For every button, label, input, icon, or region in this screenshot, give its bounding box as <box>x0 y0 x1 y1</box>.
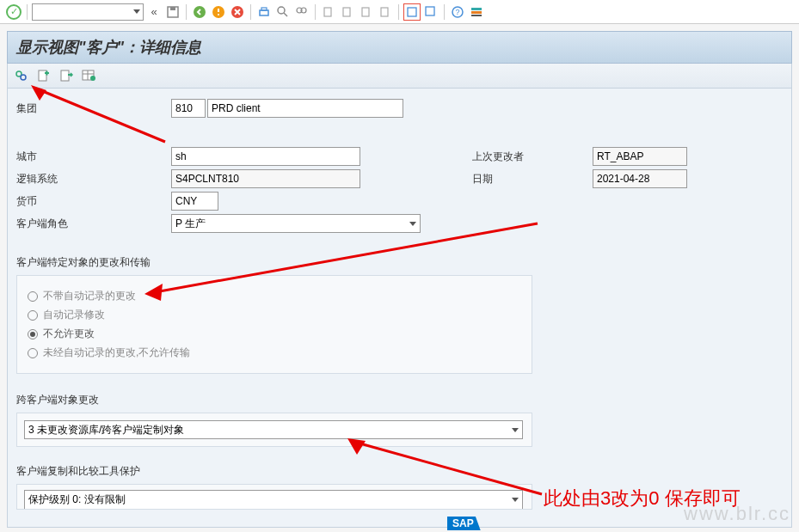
client-row: 集团 810 PRD client <box>16 99 783 118</box>
protection-select[interactable]: 保护级别 0: 没有限制 <box>24 490 523 509</box>
svg-rect-7 <box>261 8 267 10</box>
svg-text:?: ? <box>455 8 459 16</box>
chevron-left-icon[interactable]: « <box>145 3 163 21</box>
help-icon[interactable]: ? <box>449 3 466 21</box>
radio-icon <box>28 291 38 302</box>
find-next-icon[interactable] <box>293 3 310 21</box>
separator <box>315 4 316 20</box>
svg-rect-26 <box>61 70 69 81</box>
svg-rect-14 <box>362 8 369 16</box>
svg-rect-6 <box>260 10 268 15</box>
currency-label: 货币 <box>16 194 171 209</box>
new-session-icon[interactable] <box>403 3 421 21</box>
cross-client-value: 3 未更改资源库/跨客户端定制对象 <box>28 423 184 437</box>
svg-rect-1 <box>170 7 175 10</box>
cancel-icon[interactable] <box>229 3 246 21</box>
dropdown-arrow-icon <box>512 428 519 432</box>
currency-field[interactable]: CNY <box>171 192 218 211</box>
svg-rect-12 <box>324 8 331 16</box>
logical-system-field[interactable]: S4PCLNT810 <box>171 169 360 188</box>
sap-logo: SAP <box>447 517 481 530</box>
date-field: 2021-04-28 <box>593 169 687 188</box>
radio-label: 不带自动记录的更改 <box>43 289 136 303</box>
radio-icon <box>28 329 38 339</box>
logical-system-label: 逻辑系统 <box>16 172 171 187</box>
first-page-icon[interactable] <box>320 3 337 21</box>
radio-label: 自动记录修改 <box>43 308 105 322</box>
toggle-view-icon[interactable] <box>13 67 30 84</box>
print-icon[interactable] <box>255 3 273 21</box>
radio-icon <box>28 310 38 321</box>
prev-page-icon[interactable] <box>339 3 356 21</box>
svg-rect-20 <box>471 8 482 10</box>
page-title: 显示视图"客户"：详细信息 <box>7 31 792 64</box>
radio-auto-record[interactable]: 自动记录修改 <box>28 308 521 322</box>
svg-rect-21 <box>471 11 482 14</box>
client-label: 集团 <box>16 101 171 116</box>
city-field[interactable]: sh <box>171 147 360 166</box>
role-label: 客户端角色 <box>16 217 171 231</box>
separator <box>398 4 399 20</box>
role-value: P 生产 <box>175 217 206 231</box>
watermark: www.blr.cc <box>684 503 790 525</box>
client-desc-field[interactable]: PRD client <box>207 99 403 118</box>
dropdown-arrow-icon <box>409 222 416 226</box>
separator <box>444 4 445 20</box>
radio-icon <box>28 348 38 358</box>
svg-rect-16 <box>408 8 416 16</box>
new-entries-icon[interactable] <box>35 67 52 84</box>
svg-point-4 <box>218 14 219 15</box>
date-label: 日期 <box>472 172 593 187</box>
cross-client-title: 跨客户端对象更改 <box>16 393 783 407</box>
find-icon[interactable] <box>274 3 292 21</box>
generate-shortcut-icon[interactable] <box>422 3 439 21</box>
exit-icon[interactable] <box>210 3 227 21</box>
svg-point-8 <box>278 7 285 14</box>
svg-rect-13 <box>343 8 350 16</box>
copy-icon[interactable] <box>58 67 75 84</box>
ok-icon[interactable]: ✓ <box>5 3 22 21</box>
dropdown-arrow-icon <box>512 498 519 502</box>
last-page-icon[interactable] <box>377 3 394 21</box>
layout-icon[interactable] <box>468 3 485 21</box>
save-icon[interactable] <box>164 3 181 21</box>
last-changed-by-field: RT_ABAP <box>593 147 687 166</box>
svg-rect-17 <box>426 7 434 15</box>
table-view-icon[interactable] <box>80 67 97 84</box>
radio-no-changes[interactable]: 不允许更改 <box>28 327 521 341</box>
svg-rect-15 <box>381 8 388 16</box>
cross-client-select[interactable]: 3 未更改资源库/跨客户端定制对象 <box>24 420 523 439</box>
dropdown-arrow-icon <box>133 9 140 14</box>
separator <box>250 4 251 20</box>
back-icon[interactable] <box>191 3 208 21</box>
radio-label: 未经自动记录的更改,不允许传输 <box>43 345 190 360</box>
command-dropdown[interactable] <box>32 3 144 21</box>
separator <box>27 4 28 20</box>
radio-no-record-no-transport[interactable]: 未经自动记录的更改,不允许传输 <box>28 345 521 360</box>
top-toolbar: ✓ « ? <box>0 0 799 24</box>
radio-no-auto-record[interactable]: 不带自动记录的更改 <box>28 289 521 303</box>
protection-value: 保护级别 0: 没有限制 <box>28 492 126 507</box>
copy-compare-title: 客户端复制和比较工具保护 <box>16 464 783 479</box>
main-area: 显示视图"客户"：详细信息 集团 810 PRD client 城市 sh 逻辑… <box>0 24 799 532</box>
next-page-icon[interactable] <box>358 3 375 21</box>
radio-label: 不允许更改 <box>43 327 95 341</box>
svg-point-2 <box>194 6 206 18</box>
sub-toolbar <box>7 64 792 89</box>
separator <box>186 4 187 20</box>
svg-point-24 <box>21 75 26 80</box>
svg-line-9 <box>284 13 287 16</box>
changes-transport-title: 客户端特定对象的更改和传输 <box>16 255 783 270</box>
city-label: 城市 <box>16 150 171 164</box>
last-changed-by-label: 上次更改者 <box>472 150 593 164</box>
svg-point-30 <box>90 76 95 81</box>
role-select[interactable]: P 生产 <box>171 214 421 233</box>
content-area: 集团 810 PRD client 城市 sh 逻辑系统 S4PCLNT810 … <box>7 89 792 528</box>
cross-client-group: 跨客户端对象更改 3 未更改资源库/跨客户端定制对象 <box>16 393 783 447</box>
client-code-field[interactable]: 810 <box>171 99 206 118</box>
svg-rect-22 <box>471 15 482 16</box>
changes-transport-group: 客户端特定对象的更改和传输 不带自动记录的更改 自动记录修改 不允许更改 未经自… <box>16 255 783 374</box>
svg-rect-25 <box>39 70 46 81</box>
